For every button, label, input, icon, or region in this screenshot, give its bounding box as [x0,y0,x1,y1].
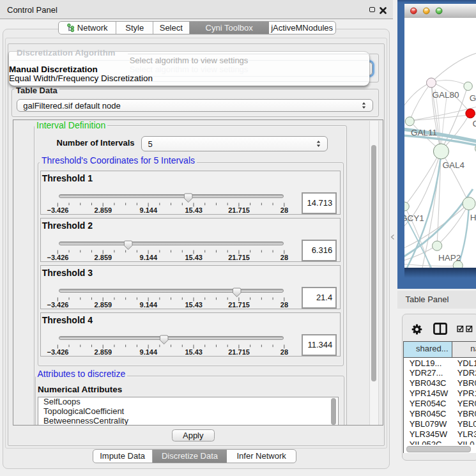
svg-text:HAP2: HAP2 [438,253,461,263]
svg-text:GAL11: GAL11 [411,128,437,137]
svg-text:GA: GA [470,93,476,103]
svg-text:GAL4: GAL4 [443,160,465,170]
svg-text:H: H [470,213,476,222]
svg-text:GAL80: GAL80 [433,90,459,100]
svg-text:GCY1: GCY1 [404,213,424,223]
svg-text:C: C [473,119,476,128]
